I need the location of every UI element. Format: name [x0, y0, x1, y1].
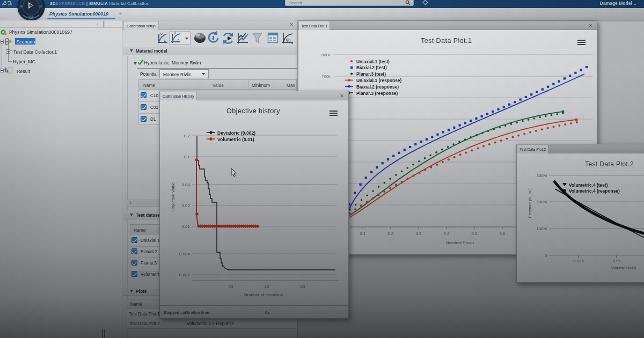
svg-text:ε: ε [164, 39, 166, 42]
svg-text:0.02: 0.02 [181, 203, 190, 208]
svg-text:Number of iterations: Number of iterations [244, 292, 283, 297]
svg-text:800k: 800k [321, 53, 331, 57]
svg-text:0.6: 0.6 [500, 231, 506, 236]
svg-text:0.5: 0.5 [472, 231, 478, 236]
svg-text:300M: 300M [536, 173, 547, 178]
svg-text:60: 60 [301, 284, 305, 289]
svg-text:0.2: 0.2 [184, 134, 191, 138]
svg-text:0.95: 0.95 [612, 259, 621, 263]
svg-text:Uniaxial.1 (response): Uniaxial.1 (response) [356, 78, 401, 83]
svg-text:0.2: 0.2 [388, 231, 394, 236]
svg-text:Objective value: Objective value [171, 182, 175, 211]
svg-text:0.002: 0.002 [179, 273, 191, 277]
svg-text:Volumetric (0.01): Volumetric (0.01) [217, 137, 254, 142]
svg-text:f(t): f(t) [286, 38, 291, 42]
svg-text:20: 20 [229, 284, 233, 289]
svg-text:0.04: 0.04 [181, 182, 190, 187]
svg-text:0.1: 0.1 [184, 155, 191, 159]
svg-text:σ: σ [160, 32, 163, 35]
svg-text:100M: 100M [536, 226, 547, 231]
svg-text:Uniaxial.1 (test): Uniaxial.1 (test) [356, 59, 390, 64]
svg-text:200M: 200M [536, 200, 547, 204]
svg-text:Nominal Strain: Nominal Strain [446, 240, 474, 245]
svg-text:Planar.3 (test): Planar.3 (test) [356, 71, 386, 77]
svg-text:Volumetric.4 (response): Volumetric.4 (response) [569, 188, 620, 194]
svg-text:0.01: 0.01 [181, 224, 190, 229]
svg-text:Volumetric.4 (test): Volumetric.4 (test) [569, 182, 608, 188]
svg-text:Volume Ratio: Volume Ratio [611, 266, 636, 270]
svg-text:0.1: 0.1 [360, 231, 366, 236]
svg-text:0.004: 0.004 [179, 252, 191, 256]
svg-text:Planar.3 (response): Planar.3 (response) [356, 91, 398, 96]
svg-text:Deviatoric (0.002): Deviatoric (0.002) [217, 130, 255, 136]
svg-text:0: 0 [545, 253, 547, 258]
svg-text:Biaxial.2 (response): Biaxial.2 (response) [356, 84, 399, 90]
svg-text:Pressure (N_m2): Pressure (N_m2) [528, 187, 532, 218]
svg-text:0.925: 0.925 [573, 259, 584, 263]
svg-text:δ: δ [174, 31, 176, 35]
svg-text:0.4: 0.4 [444, 231, 450, 236]
svg-text:0.3: 0.3 [416, 231, 422, 236]
svg-text:40: 40 [265, 284, 269, 289]
svg-text:700k: 700k [321, 74, 331, 79]
svg-text:Biaxial.2 (test): Biaxial.2 (test) [356, 65, 387, 70]
